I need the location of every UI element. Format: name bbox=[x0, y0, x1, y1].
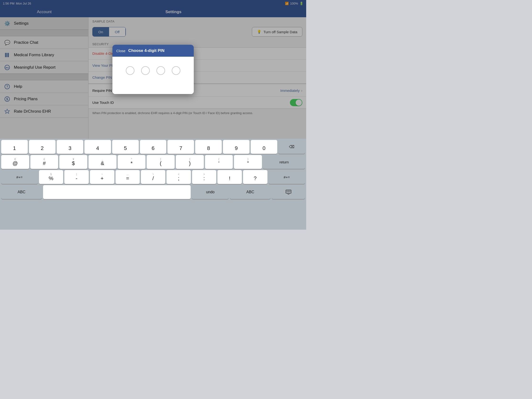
keyboard-row-numbers: 1 2 3 4 5 6 7 8 9 0 ⌫ bbox=[0, 139, 306, 154]
key-quote[interactable]: }" bbox=[234, 155, 262, 169]
key-0[interactable]: 0 bbox=[251, 140, 277, 154]
keyboard-row-bottom: ABC undo ABC bbox=[0, 184, 306, 203]
modal-title: Choose 4-digit PIN bbox=[128, 48, 164, 53]
key-hash[interactable]: £# bbox=[30, 155, 58, 169]
key-delete[interactable]: ⌫ bbox=[279, 140, 305, 154]
key-1[interactable]: 1 bbox=[1, 140, 28, 154]
key-minus[interactable]: |- bbox=[64, 170, 89, 184]
pin-dot-3 bbox=[156, 66, 165, 75]
key-lparen[interactable]: [( bbox=[147, 155, 175, 169]
key-semicolon[interactable]: <; bbox=[166, 170, 191, 184]
key-8[interactable]: 8 bbox=[195, 140, 222, 154]
key-undo[interactable]: undo bbox=[192, 185, 229, 199]
key-apostrophe[interactable]: {' bbox=[205, 155, 233, 169]
key-abc-right[interactable]: ABC bbox=[230, 185, 271, 199]
key-6[interactable]: 6 bbox=[140, 140, 166, 154]
keyboard-row-symbols: €@ £# ¥$ _& ^* [( ]) {' }" return bbox=[0, 154, 306, 169]
modal-close-button[interactable]: Close bbox=[116, 49, 125, 53]
key-3[interactable]: 3 bbox=[57, 140, 83, 154]
key-space[interactable] bbox=[43, 185, 191, 199]
key-ampersand[interactable]: _& bbox=[89, 155, 116, 169]
svg-rect-9 bbox=[286, 190, 291, 193]
key-percent[interactable]: §% bbox=[39, 170, 63, 184]
key-symbols2[interactable]: #+= bbox=[269, 170, 305, 184]
key-at[interactable]: €@ bbox=[1, 155, 29, 169]
key-2[interactable]: 2 bbox=[29, 140, 56, 154]
key-7[interactable]: 7 bbox=[167, 140, 194, 154]
pin-dot-4 bbox=[172, 66, 180, 75]
pin-modal: Close Choose 4-digit PIN bbox=[112, 45, 194, 94]
keyboard: 1 2 3 4 5 6 7 8 9 0 ⌫ €@ £# ¥$ _& ^* [( … bbox=[0, 139, 306, 230]
keyboard-row-misc: #+= §% |- ~+ ...= \/ <; >: ! ? #+= bbox=[0, 169, 306, 184]
modal-footer bbox=[112, 84, 194, 94]
pin-dot-1 bbox=[126, 66, 134, 75]
key-question[interactable]: ? bbox=[243, 170, 267, 184]
key-dollar[interactable]: ¥$ bbox=[59, 155, 87, 169]
key-slash[interactable]: \/ bbox=[141, 170, 165, 184]
key-5[interactable]: 5 bbox=[112, 140, 139, 154]
key-symbols[interactable]: #+= bbox=[1, 170, 38, 184]
modal-header: Close Choose 4-digit PIN bbox=[112, 45, 194, 57]
key-plus[interactable]: ~+ bbox=[90, 170, 114, 184]
key-return[interactable]: return bbox=[263, 155, 305, 169]
key-asterisk[interactable]: ^* bbox=[118, 155, 146, 169]
key-9[interactable]: 9 bbox=[223, 140, 249, 154]
modal-overlay[interactable]: Close Choose 4-digit PIN bbox=[0, 0, 306, 139]
key-colon[interactable]: >: bbox=[192, 170, 216, 184]
key-keyboard-dismiss[interactable] bbox=[272, 185, 305, 199]
key-rparen[interactable]: ]) bbox=[176, 155, 204, 169]
key-4[interactable]: 4 bbox=[84, 140, 111, 154]
pin-dot-2 bbox=[141, 66, 150, 75]
key-equals[interactable]: ...= bbox=[115, 170, 140, 184]
key-abc-left[interactable]: ABC bbox=[1, 185, 42, 199]
modal-body bbox=[112, 57, 194, 84]
key-exclaim[interactable]: ! bbox=[217, 170, 242, 184]
